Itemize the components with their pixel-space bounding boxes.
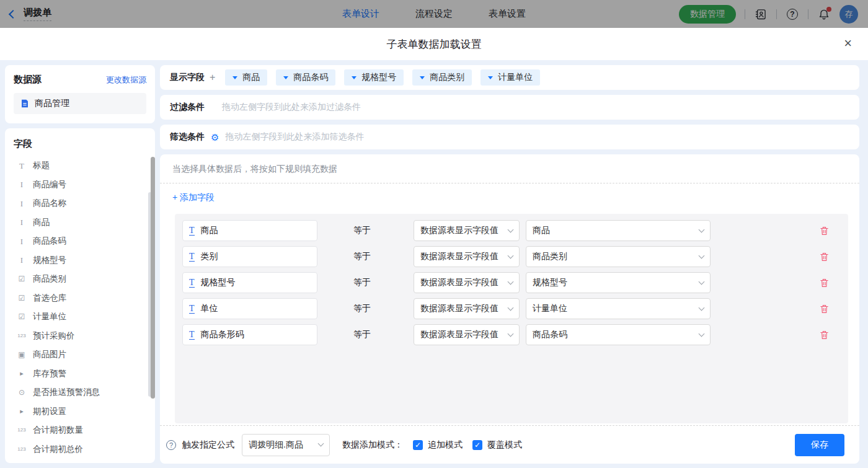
fields-title: 字段 [14, 138, 146, 150]
display-field-tag[interactable]: 商品条码 [276, 69, 335, 86]
override-mode-option[interactable]: ✓ 覆盖模式 [472, 439, 522, 451]
filter-dropzone[interactable]: 拖动左侧字段到此处来添加过滤条件 [222, 102, 361, 113]
modal-body: 数据源 更改数据源 商品管理 字段 T 标题 I [0, 60, 868, 468]
sidebar-field-item[interactable]: ▣ 商品图片 [14, 345, 146, 364]
rule-value-select[interactable]: 规格型号 [526, 272, 711, 293]
rule-field-label: 商品 [201, 225, 218, 236]
text-field-icon: T [189, 226, 195, 236]
rule-source-select[interactable]: 数据源表显示字段值 [414, 220, 520, 241]
rule-value-select[interactable]: 商品 [526, 220, 711, 241]
text-field-icon: T [189, 330, 195, 340]
override-mode-text: 覆盖模式 [487, 439, 522, 451]
rule-operator: 等于 [353, 303, 376, 314]
rule-source-select[interactable]: 数据源表显示字段值 [414, 246, 520, 267]
display-field-tag[interactable]: 计量单位 [480, 69, 540, 86]
sidebar-field-item[interactable]: 123 合计期初总价 [14, 440, 146, 459]
add-display-field-icon[interactable]: + [210, 72, 215, 83]
rule-operator: 等于 [353, 251, 376, 262]
sidebar-field-item[interactable]: T 标题 [14, 156, 146, 175]
display-fields-label: 显示字段 [170, 72, 205, 83]
sidebar-field-item[interactable]: ▸ 期初设置 [14, 402, 146, 422]
sidebar-field-item[interactable]: 123 预计采购价 [14, 327, 146, 346]
field-label: 商品图片 [33, 349, 66, 360]
tag-label: 商品类别 [430, 72, 464, 83]
change-datasource-link[interactable]: 更改数据源 [106, 74, 146, 86]
rule-field-input[interactable]: T 单位 [182, 298, 317, 319]
help-icon[interactable]: ? [166, 440, 176, 450]
rule-field-label: 商品条形码 [201, 329, 244, 340]
sidebar-field-item[interactable]: ☑ 首选仓库 [14, 289, 146, 308]
rule-field-input[interactable]: T 商品 [182, 220, 317, 241]
datasource-card: 数据源 更改数据源 商品管理 [5, 65, 155, 123]
text-field-icon: T [189, 252, 195, 262]
datasource-item[interactable]: 商品管理 [14, 93, 146, 114]
sidebar-field-item[interactable]: ⊙ 是否推送预警消息 [14, 383, 146, 402]
field-label: 商品 [33, 217, 50, 228]
delete-icon[interactable] [819, 225, 830, 236]
rule-value-value: 商品类别 [533, 251, 567, 262]
rule-value-select[interactable]: 计量单位 [526, 298, 711, 319]
radio-icon: ⊙ [16, 389, 27, 396]
sidebar-field-item[interactable]: I 商品 [14, 213, 146, 232]
sift-dropzone[interactable]: 拖动左侧字段到此处来添加筛选条件 [225, 131, 364, 143]
rule-field-input[interactable]: T 类别 [182, 246, 317, 267]
save-button[interactable]: 保存 [795, 434, 844, 456]
chevron-down-icon [699, 226, 705, 232]
sidebar-field-item[interactable]: I 商品条码 [14, 232, 146, 251]
delete-icon[interactable] [819, 277, 830, 288]
tag-label: 商品条码 [293, 72, 328, 83]
field-label: 商品类别 [33, 273, 66, 285]
gear-icon[interactable]: ⚙ [211, 133, 219, 142]
rule-value-select[interactable]: 商品条码 [526, 324, 711, 345]
number-icon: 123 [16, 447, 27, 452]
field-label: 合计期初数量 [33, 425, 83, 436]
display-field-tag[interactable]: 规格型号 [344, 69, 404, 86]
rules-card: 当选择具体数据后，将按如下规则填充数据 + 添加字段 T 商品 等于 数据源表显… [160, 154, 859, 464]
display-field-tag[interactable]: 商品类别 [412, 69, 472, 86]
page-scrollbar[interactable] [151, 157, 155, 399]
sidebar-field-item[interactable]: ☑ 商品类别 [14, 270, 146, 289]
rule-field-input[interactable]: T 规格型号 [182, 272, 317, 293]
modal-header: 子表单数据加载设置 × [0, 28, 868, 60]
text-field-icon: I [16, 218, 27, 226]
rule-source-select[interactable]: 数据源表显示字段值 [414, 298, 520, 319]
field-label: 预计采购价 [33, 330, 75, 342]
sidebar-field-item[interactable]: I 商品编号 [14, 175, 146, 195]
sidebar-field-item[interactable]: I 商品名称 [14, 194, 146, 213]
sift-label: 筛选条件 [170, 131, 205, 143]
rule-source-select[interactable]: 数据源表显示字段值 [414, 324, 520, 345]
delete-icon[interactable] [819, 251, 830, 262]
append-mode-option[interactable]: ✓ 追加模式 [413, 439, 463, 451]
rule-field-label: 规格型号 [201, 277, 236, 288]
rule-value-value: 规格型号 [533, 277, 567, 288]
field-label: 商品条码 [33, 236, 66, 247]
append-mode-checkbox[interactable]: ✓ [413, 440, 423, 450]
app-window: 调拨单 表单设计 流程设定 表单设置 数据管理 ? 存 子表单数据 [0, 0, 868, 468]
delete-icon[interactable] [819, 303, 830, 314]
sidebar-field-item[interactable]: ☑ 计量单位 [14, 307, 146, 327]
sidebar-field-item[interactable]: ▸ 库存预警 [14, 364, 146, 384]
add-field-link[interactable]: + 添加字段 [172, 192, 215, 203]
override-mode-checkbox[interactable]: ✓ [472, 440, 482, 450]
select-icon: ☑ [16, 275, 27, 283]
trigger-formula-select[interactable]: 调拨明细.商品 [242, 434, 330, 456]
rule-value-value: 计量单位 [533, 303, 567, 314]
sidebar-field-item[interactable]: I 规格型号 [14, 251, 146, 270]
rule-source-value: 数据源表显示字段值 [420, 225, 498, 236]
image-icon: ▣ [16, 351, 27, 358]
document-icon [20, 99, 30, 108]
sidebar-field-item[interactable]: 123 合计期初数量 [14, 421, 146, 440]
rule-source-select[interactable]: 数据源表显示字段值 [414, 272, 520, 293]
delete-icon[interactable] [819, 329, 830, 340]
rule-value-select[interactable]: 商品类别 [526, 246, 711, 267]
rule-row: T 类别 等于 数据源表显示字段值 商品类别 [182, 246, 841, 267]
field-label: 商品编号 [33, 179, 66, 190]
rules-note: 当选择具体数据后，将按如下规则填充数据 [160, 154, 859, 175]
chevron-down-icon [508, 278, 514, 285]
display-field-tags: 商品 商品条码 规格型号 商品类别 [225, 69, 540, 86]
close-icon[interactable]: × [844, 37, 852, 50]
display-field-tag[interactable]: 商品 [225, 69, 267, 86]
data-add-mode-label: 数据添加模式： [342, 439, 403, 451]
rule-field-input[interactable]: T 商品条形码 [182, 324, 317, 345]
chevron-down-icon [318, 441, 324, 447]
